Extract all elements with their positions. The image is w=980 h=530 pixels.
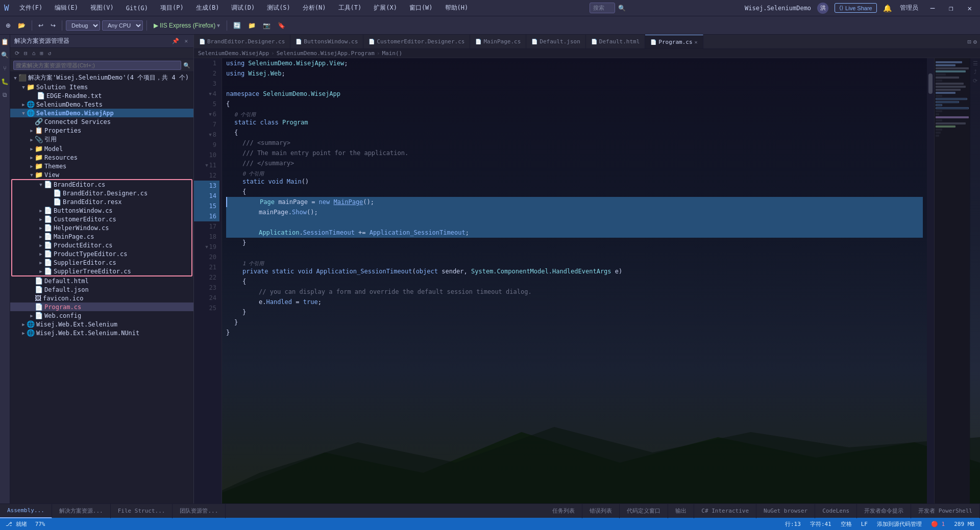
refresh-btn[interactable]: 🔄 [231, 20, 243, 31]
tree-item-helper-window[interactable]: ▶ 📄 HelperWindow.cs [12, 223, 191, 232]
tree-item-supplier-tree-editor[interactable]: ▶ 📄 SupplierTreeEditor.cs [12, 267, 191, 275]
se-search-icon[interactable]: 🔍 [183, 62, 190, 69]
tree-item-supplier-editor[interactable]: ▶ 📄 SupplierEditor.cs [12, 258, 191, 267]
status-zoom[interactable]: 77% [34, 521, 47, 527]
bookmark-btn[interactable]: 🔖 [275, 20, 288, 31]
menu-tools[interactable]: 工具(T) [336, 3, 364, 13]
fold-4[interactable]: ▼ [209, 89, 211, 99]
status-memory[interactable]: 289 MB [952, 521, 976, 527]
status-line[interactable]: 行:13 [783, 520, 802, 528]
tree-item-buttons-window[interactable]: ▶ 📄 ButtonsWindow.cs [12, 206, 191, 215]
minimize-button[interactable]: ─ [926, 2, 939, 14]
status-char[interactable]: 字符:41 [808, 520, 833, 528]
menu-test[interactable]: 测试(S) [265, 3, 292, 13]
tree-item-edge-readme[interactable]: ▶ 📄 EDGE-Readme.txt [10, 91, 193, 100]
bottom-tab-cs-interactive[interactable]: C# Interactive [694, 504, 756, 518]
live-share-button[interactable]: ⟨⟩ Live Share [835, 3, 877, 13]
tab-buttons-window[interactable]: 📄 ButtonsWindow.cs [290, 35, 363, 49]
se-search-input[interactable] [13, 61, 181, 70]
platform-dropdown[interactable]: Any CPU [102, 20, 143, 31]
tab-default-json[interactable]: 📄 Default.json [526, 35, 585, 49]
bottom-tab-dev-cmd[interactable]: 开发者命令提示 [857, 504, 911, 518]
bottom-tab-code-def[interactable]: 代码定义窗口 [620, 504, 668, 518]
vertical-scrollbar[interactable] [927, 58, 934, 503]
menu-git[interactable]: Git(G) [124, 4, 150, 13]
menu-file[interactable]: 文件(F) [17, 3, 45, 13]
menu-project[interactable]: 项目(P) [158, 3, 186, 13]
search-icon[interactable]: 🔍 [618, 5, 626, 12]
user-avatar[interactable]: 洪 [817, 3, 828, 14]
breadcrumb-namespace[interactable]: SeleniumDemo.WisejApp [198, 50, 269, 57]
fold-19[interactable]: ▼ [205, 242, 208, 252]
fold-6[interactable]: ▼ [209, 109, 211, 119]
tree-item-view[interactable]: ▼ 📁 View [10, 170, 193, 179]
debug-icon[interactable]: 🐛 [0, 77, 10, 87]
tree-item-wisej-app[interactable]: ▼ 🌐 SeleniumDemo.WisejApp [10, 109, 193, 117]
se-refresh-btn[interactable]: ↺ [46, 49, 53, 57]
undo-btn[interactable]: ↩ [36, 20, 46, 31]
se-pin-btn[interactable]: 📌 [170, 37, 181, 45]
bottom-tab-tasks[interactable]: 任务列表 [545, 504, 582, 518]
open-btn[interactable]: 📂 [15, 20, 28, 31]
menu-window[interactable]: 窗口(W) [407, 3, 435, 13]
tab-default-html[interactable]: 📄 Default.html [586, 35, 645, 49]
tab-program-cs[interactable]: 📄 Program.cs ✕ [645, 35, 703, 49]
bottom-tab-errors[interactable]: 错误列表 [582, 504, 620, 518]
tree-item-default-json[interactable]: ▶ 📄 Default.json [10, 285, 193, 294]
bottom-tab-team[interactable]: 团队资源管... [173, 504, 226, 518]
screenshot-btn[interactable]: 📷 [260, 20, 273, 31]
menu-analyze[interactable]: 分析(N) [301, 3, 328, 13]
bottom-tab-output[interactable]: 输出 [668, 504, 694, 518]
git-icon[interactable]: ⑂ [2, 63, 8, 73]
scrollbar-thumb[interactable] [928, 73, 933, 94]
status-branch[interactable]: ⎇ 就绪 [4, 520, 29, 528]
tree-item-product-type-editor[interactable]: ▶ 📄 ProductTypeEditor.cs [12, 249, 191, 258]
tree-item-default-html[interactable]: ▶ 📄 Default.html [10, 276, 193, 285]
menu-help[interactable]: 帮助(H) [443, 3, 471, 13]
tree-item-properties[interactable]: ▶ 📋 Properties [10, 126, 193, 135]
tree-item-main-page[interactable]: ▶ 📄 MainPage.cs [12, 232, 191, 241]
tree-item-resources[interactable]: ▶ 📁 Resources [10, 153, 193, 162]
tree-item-model[interactable]: ▶ 📁 Model [10, 144, 193, 153]
bottom-tab-solution[interactable]: 解决方案资源... [52, 504, 111, 518]
bottom-tab-nuget[interactable]: NuGet browser [756, 504, 815, 518]
search-icon[interactable]: 🔍 [0, 50, 10, 60]
menu-edit[interactable]: 编辑(E) [53, 3, 80, 13]
code-content[interactable]: using SeleniumDemo.WisejApp.View; using … [222, 58, 927, 503]
menu-debug[interactable]: 调试(D) [229, 3, 257, 13]
right-icon-2[interactable]: ⤴ [974, 69, 977, 75]
solution-root[interactable]: ▼ ⬛ 解决方案'Wisej.SeleniumDemo'(4 个项目，共 4 个… [10, 73, 193, 83]
close-button[interactable]: ✕ [964, 2, 976, 14]
bottom-tab-assembly[interactable]: Assembly... [0, 504, 52, 518]
menu-build[interactable]: 生成(B) [194, 3, 222, 13]
debug-config-dropdown[interactable]: Debug [66, 20, 100, 31]
tab-split-btn[interactable]: ⊡ [968, 38, 971, 45]
status-encoding[interactable]: LF [860, 521, 869, 527]
right-icon-3[interactable]: ⟳ [973, 78, 977, 84]
breadcrumb-class[interactable]: SeleniumDemo.WisejApp.Program [277, 50, 375, 57]
tree-item-customer-editor[interactable]: ▶ 📄 CustomerEditor.cs [12, 215, 191, 223]
tree-item-program-cs[interactable]: ▶ 📄 Program.cs [10, 302, 193, 311]
breadcrumb-method[interactable]: Main() [382, 50, 402, 57]
tab-program-cs-close[interactable]: ✕ [695, 39, 698, 45]
search-box[interactable]: 搜索 [590, 3, 615, 13]
bottom-tab-codelens[interactable]: CodeLens [815, 504, 857, 518]
tree-item-favicon[interactable]: ▶ 🖼 favicon.ico [10, 294, 193, 302]
notification-icon[interactable]: 🔔 [883, 4, 892, 12]
tree-item-product-editor[interactable]: ▶ 📄 ProductEditor.cs [12, 241, 191, 249]
redo-btn[interactable]: ↪ [48, 20, 58, 31]
bottom-tab-dev-ps[interactable]: 开发者 PowerShell [911, 504, 980, 518]
se-home-btn[interactable]: ⌂ [31, 49, 37, 57]
tree-item-wisej-selenium[interactable]: ▶ 🌐 Wisej.Web.Ext.Selenium [10, 320, 193, 329]
se-collapse-btn[interactable]: ⊟ [22, 49, 29, 57]
tab-main-page[interactable]: 📄 MainPage.cs [470, 35, 526, 49]
folder-btn[interactable]: 📁 [246, 20, 258, 31]
tab-brand-designer[interactable]: 📄 BrandEditor.Designer.cs [194, 35, 290, 49]
tree-item-web-config[interactable]: ▶ 📄 Web.config [10, 311, 193, 320]
tree-item-solution-items[interactable]: ▼ 📁 Solution Items [10, 83, 193, 91]
tree-item-themes[interactable]: ▶ 📁 Themes [10, 162, 193, 170]
right-icon-1[interactable]: ☰ [973, 60, 978, 67]
status-space[interactable]: 空格 [839, 520, 853, 528]
tree-item-wisej-selenium-nunit[interactable]: ▶ 🌐 Wisej.Web.Ext.Selenium.NUnit [10, 329, 193, 337]
explorer-icon[interactable]: 📋 [0, 37, 10, 47]
